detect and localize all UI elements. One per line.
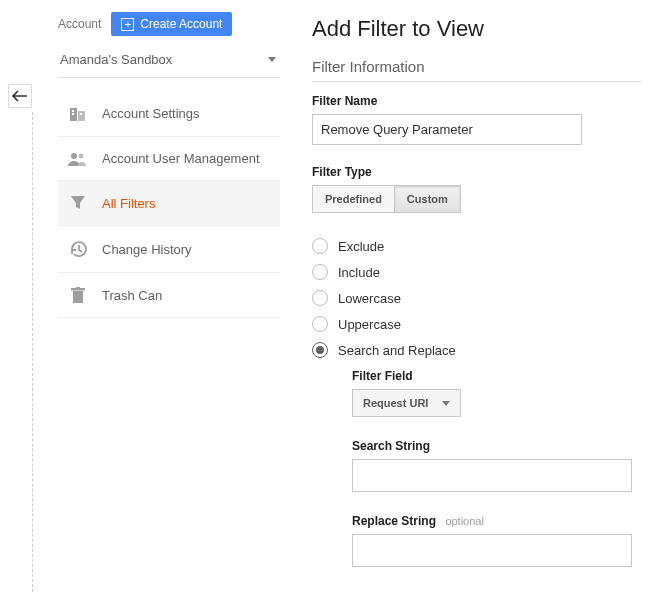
- trash-icon: [68, 287, 88, 303]
- plus-icon: +: [121, 18, 134, 31]
- people-icon: [68, 152, 88, 166]
- filter-name-label: Filter Name: [312, 94, 642, 108]
- search-string-input[interactable]: [352, 459, 632, 492]
- vertical-divider: [32, 112, 33, 592]
- sidebar-item-label: Account User Management: [102, 151, 260, 166]
- building-icon: [68, 104, 88, 122]
- radio-uppercase[interactable]: Uppercase: [312, 311, 642, 337]
- filter-field-label: Filter Field: [352, 369, 642, 383]
- svg-rect-9: [76, 287, 80, 289]
- filter-field-dropdown[interactable]: Request URI: [352, 389, 461, 417]
- history-icon: [68, 240, 88, 258]
- radio-icon: [312, 316, 328, 332]
- radio-icon: [312, 290, 328, 306]
- filter-type-tabs: Predefined Custom: [312, 185, 461, 213]
- svg-point-6: [79, 153, 84, 158]
- page-title: Add Filter to View: [312, 16, 642, 42]
- radio-label: Lowercase: [338, 291, 401, 306]
- search-replace-subsection: Filter Field Request URI Search String R…: [352, 369, 642, 592]
- radio-icon-selected: [312, 342, 328, 358]
- sidebar-item-change-history[interactable]: Change History: [58, 226, 280, 273]
- radio-include[interactable]: Include: [312, 259, 642, 285]
- radio-lowercase[interactable]: Lowercase: [312, 285, 642, 311]
- sidebar-item-label: Account Settings: [102, 106, 200, 121]
- radio-icon: [312, 264, 328, 280]
- custom-filter-radios: Exclude Include Lowercase Uppercase Sear…: [312, 233, 642, 592]
- radio-search-replace[interactable]: Search and Replace: [312, 337, 642, 363]
- search-string-label: Search String: [352, 439, 642, 453]
- svg-rect-4: [80, 113, 82, 115]
- account-picker-label: Amanda's Sandbox: [60, 52, 172, 67]
- optional-hint: optional: [445, 515, 484, 527]
- replace-string-label: Replace String optional: [352, 514, 642, 528]
- radio-icon: [312, 238, 328, 254]
- filter-type-label: Filter Type: [312, 165, 642, 179]
- sidebar-item-trash-can[interactable]: Trash Can: [58, 273, 280, 318]
- sidebar-item-label: All Filters: [102, 196, 155, 211]
- svg-rect-3: [72, 113, 74, 115]
- filter-name-input[interactable]: [312, 114, 582, 145]
- chevron-down-icon: [268, 57, 276, 62]
- main-content: Add Filter to View Filter Information Fi…: [312, 16, 642, 592]
- replace-string-input[interactable]: [352, 534, 632, 567]
- account-picker[interactable]: Amanda's Sandbox: [58, 44, 280, 78]
- account-label: Account: [58, 17, 101, 31]
- section-heading: Filter Information: [312, 58, 642, 82]
- back-button[interactable]: [8, 84, 32, 108]
- sidebar: Account + Create Account Amanda's Sandbo…: [58, 8, 280, 318]
- svg-rect-7: [73, 291, 83, 303]
- chevron-down-icon: [442, 401, 450, 406]
- tab-predefined[interactable]: Predefined: [313, 186, 394, 212]
- radio-exclude[interactable]: Exclude: [312, 233, 642, 259]
- back-arrow-icon: [12, 90, 28, 102]
- sidebar-item-label: Change History: [102, 242, 192, 257]
- sidebar-item-label: Trash Can: [102, 288, 162, 303]
- svg-rect-1: [78, 111, 85, 121]
- radio-label: Include: [338, 265, 380, 280]
- create-account-label: Create Account: [140, 17, 222, 31]
- sidebar-item-user-management[interactable]: Account User Management: [58, 137, 280, 181]
- filter-field-value: Request URI: [363, 397, 428, 409]
- sidebar-item-account-settings[interactable]: Account Settings: [58, 90, 280, 137]
- sidebar-item-all-filters[interactable]: All Filters: [58, 181, 280, 226]
- svg-point-5: [71, 153, 77, 159]
- create-account-button[interactable]: + Create Account: [111, 12, 232, 36]
- radio-label: Exclude: [338, 239, 384, 254]
- sidebar-menu: Account Settings Account User Management…: [58, 90, 280, 318]
- radio-label: Uppercase: [338, 317, 401, 332]
- radio-label: Search and Replace: [338, 343, 456, 358]
- funnel-icon: [68, 195, 88, 211]
- svg-rect-2: [72, 110, 74, 112]
- tab-custom[interactable]: Custom: [394, 186, 460, 212]
